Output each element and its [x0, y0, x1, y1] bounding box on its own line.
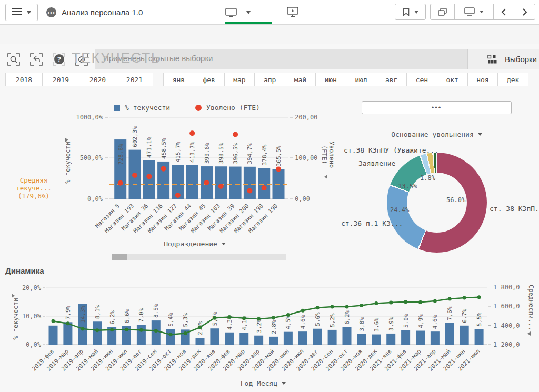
- month-filter-option[interactable]: сен: [407, 73, 437, 86]
- month-filter-option[interactable]: июл: [346, 73, 377, 86]
- presentation-mode-button[interactable]: [287, 7, 298, 19]
- month-filter-option[interactable]: окт: [437, 73, 468, 86]
- scatter-dot[interactable]: [146, 174, 152, 179]
- bar[interactable]: [63, 322, 72, 345]
- scatter-dot[interactable]: [233, 132, 238, 137]
- turnover-chart-scrollbar[interactable]: [112, 254, 286, 260]
- bar[interactable]: [229, 167, 242, 199]
- bar[interactable]: [328, 330, 337, 345]
- bar[interactable]: [93, 321, 102, 345]
- bar[interactable]: [258, 168, 270, 199]
- bar[interactable]: [49, 326, 58, 345]
- line-point[interactable]: [389, 301, 393, 305]
- line-point[interactable]: [360, 304, 363, 307]
- help-icon[interactable]: ?: [54, 54, 64, 64]
- bar[interactable]: [186, 165, 198, 199]
- scatter-dot[interactable]: [161, 166, 166, 172]
- bookmarks-button[interactable]: [395, 4, 426, 20]
- line-point[interactable]: [95, 328, 99, 332]
- scatter-dot[interactable]: [175, 193, 181, 198]
- month-filter-option[interactable]: апр: [255, 73, 285, 86]
- bar[interactable]: [152, 320, 161, 345]
- line-point[interactable]: [286, 313, 290, 317]
- donut-options-button[interactable]: •••: [362, 101, 512, 114]
- line-point[interactable]: [198, 326, 202, 329]
- line-point[interactable]: [213, 316, 216, 320]
- line-point[interactable]: [316, 306, 320, 309]
- bar[interactable]: [215, 166, 227, 199]
- scatter-dot[interactable]: [218, 184, 224, 189]
- year-filter-option[interactable]: 2021: [116, 73, 153, 86]
- dynamics-chart[interactable]: 20,0%10,0%0,0%1 800,01 600,01 400,01 200…: [11, 280, 539, 392]
- line-point[interactable]: [184, 331, 187, 335]
- month-filter-option[interactable]: дек: [498, 73, 528, 86]
- line-point[interactable]: [477, 295, 481, 299]
- bar[interactable]: [313, 329, 322, 345]
- line-point[interactable]: [301, 309, 305, 313]
- bar[interactable]: [143, 160, 155, 199]
- bar[interactable]: [460, 326, 469, 345]
- scatter-dot[interactable]: [132, 173, 137, 178]
- smart-search-button[interactable]: [7, 53, 20, 66]
- month-filter-option[interactable]: июн: [316, 73, 346, 86]
- bar[interactable]: [225, 333, 234, 345]
- month-filter-option[interactable]: янв: [164, 73, 194, 86]
- line-point[interactable]: [81, 327, 84, 330]
- line-point[interactable]: [345, 305, 349, 308]
- scrollbar-thumb[interactable]: [112, 254, 127, 260]
- line-point[interactable]: [139, 328, 143, 332]
- line-point[interactable]: [242, 316, 246, 320]
- global-menu-button[interactable]: [5, 4, 38, 21]
- bar[interactable]: [386, 334, 395, 345]
- line-point[interactable]: [448, 297, 452, 300]
- dynamics-dimension-dropdown[interactable]: Год-Месяц: [221, 379, 305, 387]
- sheet-view-button[interactable]: [225, 6, 260, 19]
- bar[interactable]: [298, 331, 307, 345]
- bar[interactable]: [196, 338, 205, 345]
- selections-tool-button[interactable]: Выборки: [467, 49, 539, 69]
- bar[interactable]: [401, 330, 410, 345]
- bar[interactable]: [166, 329, 175, 345]
- scatter-dot[interactable]: [276, 166, 281, 172]
- scatter-dot[interactable]: [247, 188, 252, 194]
- dimension-scroll-left-arrow[interactable]: [324, 175, 327, 179]
- app-info-icon[interactable]: •••: [46, 7, 56, 17]
- line-point[interactable]: [463, 296, 466, 299]
- line-point[interactable]: [110, 328, 114, 331]
- line-point[interactable]: [52, 319, 55, 323]
- line-point[interactable]: [257, 317, 261, 321]
- bar[interactable]: [137, 325, 146, 345]
- turnover-chart[interactable]: 1000,0%200,00500,0%100,000,0%0,00728,6%М…: [66, 100, 337, 258]
- bar[interactable]: [357, 334, 366, 345]
- year-filter-option[interactable]: 2020: [79, 73, 116, 86]
- line-point[interactable]: [272, 316, 275, 319]
- line-point[interactable]: [169, 333, 173, 336]
- current-sheet-button[interactable]: [454, 4, 493, 19]
- bar[interactable]: [445, 323, 454, 345]
- step-back-button[interactable]: [30, 53, 43, 66]
- bar[interactable]: [343, 327, 352, 345]
- line-point[interactable]: [404, 300, 407, 304]
- line-point[interactable]: [331, 305, 334, 308]
- donut-dimension-dropdown[interactable]: Основание увольнения: [362, 130, 512, 138]
- line-point[interactable]: [374, 301, 378, 305]
- next-sheet-button[interactable]: [514, 4, 535, 19]
- previous-sheet-button[interactable]: [493, 4, 514, 19]
- scatter-dot[interactable]: [189, 130, 195, 136]
- bar[interactable]: [416, 331, 425, 345]
- month-filter-option[interactable]: фев: [194, 73, 225, 86]
- turnover-dimension-dropdown[interactable]: Подразделение: [153, 240, 237, 248]
- bar[interactable]: [210, 328, 219, 345]
- line-point[interactable]: [66, 321, 69, 325]
- year-filter-option[interactable]: 2018: [6, 73, 43, 86]
- month-filter-option[interactable]: авг: [376, 73, 407, 86]
- bar[interactable]: [475, 329, 484, 345]
- year-filter-option[interactable]: 2019: [43, 73, 79, 86]
- scatter-dot[interactable]: [118, 180, 123, 186]
- scatter-dot[interactable]: [262, 185, 267, 190]
- line-point[interactable]: [433, 299, 437, 303]
- dynamics-scroll-left-arrow[interactable]: [527, 331, 531, 336]
- scatter-dot[interactable]: [204, 180, 209, 185]
- bar[interactable]: [269, 337, 278, 345]
- line-point[interactable]: [418, 300, 422, 304]
